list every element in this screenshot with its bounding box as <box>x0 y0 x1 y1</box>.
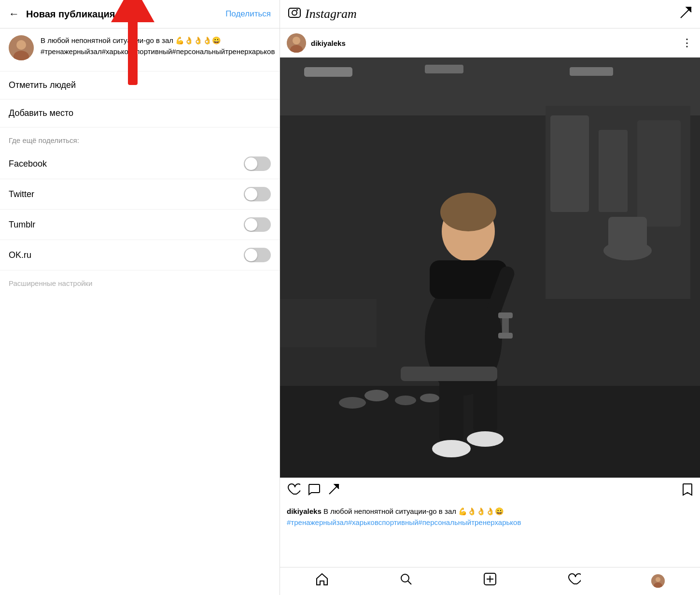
share-label-twitter: Twitter <box>9 189 34 199</box>
svg-point-40 <box>420 394 439 402</box>
toggle-twitter[interactable] <box>244 187 271 201</box>
share-row-okru: OK.ru <box>0 240 280 270</box>
svg-rect-7 <box>296 9 298 11</box>
svg-rect-24 <box>280 299 377 347</box>
share-icon[interactable] <box>327 482 341 499</box>
svg-point-39 <box>395 396 416 405</box>
advanced-settings-link[interactable]: Расширенные настройки <box>0 270 280 296</box>
post-header: dikiyaleks ⋮ <box>280 28 700 57</box>
share-row-facebook: Facebook <box>0 149 280 179</box>
share-button[interactable]: Поделиться <box>225 9 271 19</box>
bottom-navigation <box>280 567 700 595</box>
svg-rect-15 <box>425 65 463 73</box>
instagram-logo-text: Instagram <box>305 7 680 21</box>
post-caption: В любой непонятной ситуации-go в зал 💪👌👌… <box>41 35 275 57</box>
svg-point-33 <box>467 431 504 447</box>
like-icon[interactable] <box>287 482 300 499</box>
toggle-okru[interactable] <box>244 248 271 262</box>
svg-marker-4 <box>111 0 154 22</box>
svg-rect-37 <box>401 367 497 381</box>
svg-point-27 <box>440 193 496 231</box>
svg-point-41 <box>339 397 366 409</box>
profile-avatar-nav[interactable] <box>651 574 665 588</box>
share-label-okru: OK.ru <box>9 250 31 260</box>
toggle-tumblr[interactable] <box>244 217 271 232</box>
caption-hashtags: #тренажерныйзал#харьковспортивный#персон… <box>287 518 521 526</box>
share-label-facebook: Facebook <box>9 159 47 169</box>
add-location-item[interactable]: Добавить место <box>0 99 280 128</box>
home-icon[interactable] <box>315 572 329 589</box>
svg-rect-3 <box>128 13 138 85</box>
svg-rect-21 <box>637 120 681 227</box>
annotation-arrow <box>111 0 154 97</box>
toggle-facebook[interactable] <box>244 156 271 171</box>
caption-text: В любой непонятной ситуации-go в зал 💪👌👌… <box>323 507 504 515</box>
search-nav-icon[interactable] <box>399 572 413 589</box>
svg-rect-14 <box>304 67 352 77</box>
action-bar <box>280 478 700 504</box>
svg-point-38 <box>364 390 389 401</box>
share-section: Где ещё поделиться: <box>0 128 280 149</box>
instagram-header: Instagram <box>280 0 700 28</box>
back-button[interactable]: ← <box>9 8 19 20</box>
caption-username: dikiyaleks <box>287 507 322 515</box>
svg-rect-35 <box>498 312 513 318</box>
add-post-icon[interactable] <box>483 572 497 589</box>
post-username: dikiyaleks <box>311 39 682 47</box>
new-post-screen: ← Новая публикация Поделиться В любой не… <box>0 0 280 595</box>
share-label-tumblr: Tumblr <box>9 220 35 230</box>
share-row-tumblr: Tumblr <box>0 210 280 240</box>
avatar-right <box>287 33 306 53</box>
bookmark-icon[interactable] <box>682 483 693 499</box>
instagram-post-screen: Instagram dikiyaleks ⋮ <box>280 0 700 595</box>
camera-icon <box>288 6 301 22</box>
svg-point-43 <box>401 574 409 582</box>
post-caption: dikiyaleks В любой непонятной ситуации-g… <box>280 504 700 533</box>
svg-rect-20 <box>599 130 628 212</box>
svg-point-32 <box>432 440 471 457</box>
svg-point-1 <box>16 40 26 50</box>
svg-rect-36 <box>498 333 513 339</box>
svg-line-44 <box>408 581 411 584</box>
share-section-title: Где ещё поделиться: <box>9 136 79 144</box>
more-options-icon[interactable]: ⋮ <box>682 37 693 49</box>
heart-nav-icon[interactable] <box>567 572 581 589</box>
share-row-twitter: Twitter <box>0 179 280 210</box>
svg-rect-5 <box>289 8 300 17</box>
svg-point-10 <box>293 37 300 44</box>
post-image <box>280 57 700 478</box>
svg-point-6 <box>292 11 297 15</box>
svg-point-49 <box>656 577 660 582</box>
send-icon[interactable] <box>680 6 692 22</box>
avatar-left <box>9 35 34 60</box>
comment-icon[interactable] <box>307 482 321 499</box>
svg-rect-23 <box>608 217 647 255</box>
svg-rect-19 <box>550 115 589 212</box>
svg-rect-16 <box>570 67 613 76</box>
